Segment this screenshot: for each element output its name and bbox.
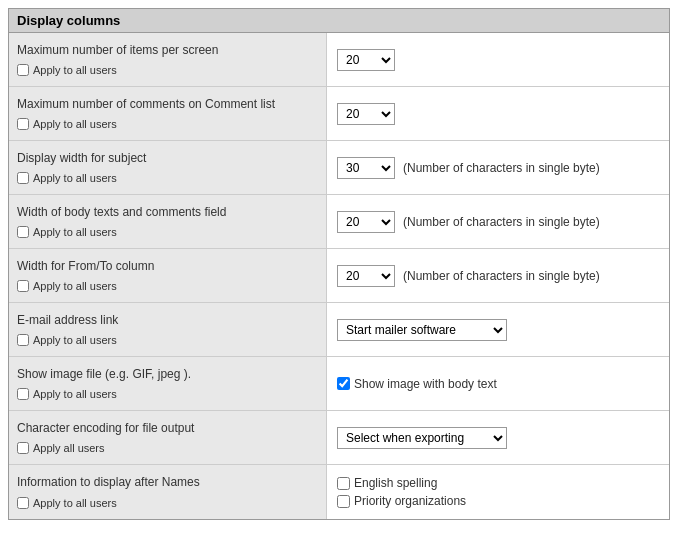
email-link-apply-label: Apply to all users: [33, 334, 117, 346]
panel-title: Display columns: [9, 9, 669, 33]
display-width-hint: (Number of characters in single byte): [403, 161, 600, 175]
body-width-hint: (Number of characters in single byte): [403, 215, 600, 229]
from-to-control: 10 20 30 40 50 (Number of characters in …: [327, 249, 669, 302]
from-to-apply-all: Apply to all users: [17, 280, 318, 296]
english-spelling-checkbox[interactable]: [337, 477, 350, 490]
display-width-select[interactable]: 10 20 30 40 50: [337, 157, 395, 179]
show-image-label: Show image file (e.g. GIF, jpeg ).: [17, 363, 318, 384]
max-comments-apply-checkbox[interactable]: [17, 118, 29, 130]
max-comments-label: Maximum number of comments on Comment li…: [17, 93, 318, 114]
display-width-label: Display width for subject: [17, 147, 318, 168]
body-width-select[interactable]: 10 20 30 40 50: [337, 211, 395, 233]
char-encoding-label: Character encoding for file output: [17, 417, 318, 438]
show-image-apply-all: Apply to all users: [17, 388, 318, 404]
row-show-image: Show image file (e.g. GIF, jpeg ). Apply…: [9, 357, 669, 411]
info-names-apply-label: Apply to all users: [33, 497, 117, 509]
char-encoding-select[interactable]: Select when exporting UTF-8 Shift-JIS EU…: [337, 427, 507, 449]
display-columns-panel: Display columns Maximum number of items …: [8, 8, 670, 520]
priority-organizations-checkbox[interactable]: [337, 495, 350, 508]
max-items-apply-label: Apply to all users: [33, 64, 117, 76]
info-names-label: Information to display after Names: [17, 471, 318, 493]
row-max-items: Maximum number of items per screen Apply…: [9, 33, 669, 87]
row-from-to-label-area: Width for From/To column Apply to all us…: [9, 249, 327, 302]
priority-organizations-text: Priority organizations: [354, 494, 466, 508]
email-link-apply-all: Apply to all users: [17, 334, 318, 350]
char-encoding-apply-checkbox[interactable]: [17, 442, 29, 454]
info-names-checkboxes: English spelling Priority organizations: [337, 476, 466, 508]
max-items-select[interactable]: 10 20 30 50 100: [337, 49, 395, 71]
row-from-to-width: Width for From/To column Apply to all us…: [9, 249, 669, 303]
show-image-apply-checkbox[interactable]: [17, 388, 29, 400]
max-comments-apply-all: Apply to all users: [17, 118, 318, 134]
display-width-apply-checkbox[interactable]: [17, 172, 29, 184]
display-width-control: 10 20 30 40 50 (Number of characters in …: [327, 141, 669, 194]
from-to-label: Width for From/To column: [17, 255, 318, 276]
display-width-apply-label: Apply to all users: [33, 172, 117, 184]
row-show-image-label-area: Show image file (e.g. GIF, jpeg ). Apply…: [9, 357, 327, 410]
max-comments-apply-label: Apply to all users: [33, 118, 117, 130]
max-items-apply-checkbox[interactable]: [17, 64, 29, 76]
body-width-apply-checkbox[interactable]: [17, 226, 29, 238]
row-info-names-label-area: Information to display after Names Apply…: [9, 465, 327, 519]
row-display-width: Display width for subject Apply to all u…: [9, 141, 669, 195]
show-image-checkbox-text: Show image with body text: [354, 377, 497, 391]
email-link-label: E-mail address link: [17, 309, 318, 330]
body-width-label: Width of body texts and comments field: [17, 201, 318, 222]
max-items-control: 10 20 30 50 100: [327, 33, 669, 86]
row-max-items-label-area: Maximum number of items per screen Apply…: [9, 33, 327, 86]
max-items-label: Maximum number of items per screen: [17, 39, 318, 60]
from-to-apply-label: Apply to all users: [33, 280, 117, 292]
row-email-link-label-area: E-mail address link Apply to all users: [9, 303, 327, 356]
row-email-link: E-mail address link Apply to all users S…: [9, 303, 669, 357]
info-names-apply-all: Apply to all users: [17, 497, 318, 513]
show-image-apply-label: Apply to all users: [33, 388, 117, 400]
body-width-apply-label: Apply to all users: [33, 226, 117, 238]
row-char-encoding: Character encoding for file output Apply…: [9, 411, 669, 465]
info-names-control: English spelling Priority organizations: [327, 465, 669, 519]
row-body-width-label-area: Width of body texts and comments field A…: [9, 195, 327, 248]
max-comments-select[interactable]: 10 20 30 50 100: [337, 103, 395, 125]
max-comments-control: 10 20 30 50 100: [327, 87, 669, 140]
info-names-apply-checkbox[interactable]: [17, 497, 29, 509]
from-to-select[interactable]: 10 20 30 40 50: [337, 265, 395, 287]
priority-organizations-label[interactable]: Priority organizations: [337, 494, 466, 508]
email-link-apply-checkbox[interactable]: [17, 334, 29, 346]
from-to-apply-checkbox[interactable]: [17, 280, 29, 292]
email-link-select[interactable]: Start mailer software Copy to clipboard …: [337, 319, 507, 341]
show-image-control: Show image with body text: [327, 357, 669, 410]
max-items-apply-all: Apply to all users: [17, 64, 318, 80]
english-spelling-text: English spelling: [354, 476, 437, 490]
char-encoding-apply-label: Apply all users: [33, 442, 105, 454]
char-encoding-apply-all: Apply all users: [17, 442, 318, 458]
row-max-comments: Maximum number of comments on Comment li…: [9, 87, 669, 141]
body-width-control: 10 20 30 40 50 (Number of characters in …: [327, 195, 669, 248]
row-char-encoding-label-area: Character encoding for file output Apply…: [9, 411, 327, 464]
from-to-hint: (Number of characters in single byte): [403, 269, 600, 283]
show-image-checkbox-label[interactable]: Show image with body text: [337, 377, 497, 391]
show-image-checkbox[interactable]: [337, 377, 350, 390]
english-spelling-label[interactable]: English spelling: [337, 476, 466, 490]
char-encoding-control: Select when exporting UTF-8 Shift-JIS EU…: [327, 411, 669, 464]
row-body-width: Width of body texts and comments field A…: [9, 195, 669, 249]
email-link-control: Start mailer software Copy to clipboard …: [327, 303, 669, 356]
body-width-apply-all: Apply to all users: [17, 226, 318, 242]
display-width-apply-all: Apply to all users: [17, 172, 318, 188]
row-max-comments-label-area: Maximum number of comments on Comment li…: [9, 87, 327, 140]
row-display-width-label-area: Display width for subject Apply to all u…: [9, 141, 327, 194]
row-info-names: Information to display after Names Apply…: [9, 465, 669, 519]
